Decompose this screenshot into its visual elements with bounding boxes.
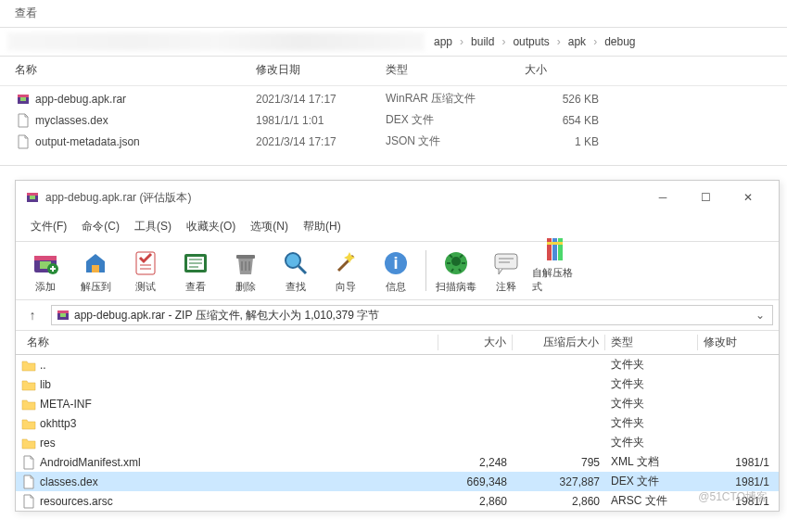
- breadcrumb-blur: [7, 32, 425, 51]
- entry-date: 1981/1: [698, 475, 773, 488]
- menu-help[interactable]: 帮助(H): [296, 217, 349, 236]
- entry-name: lib: [40, 378, 438, 391]
- archive-column-header[interactable]: 名称 大小 压缩后大小 类型 修改时: [16, 331, 779, 355]
- breadcrumb-item[interactable]: debug: [601, 33, 639, 50]
- test-button[interactable]: 测试: [121, 246, 170, 296]
- archive-row[interactable]: resources.arsc2,8602,860ARSC 文件1981/1: [16, 491, 779, 511]
- arc-col-size[interactable]: 大小: [438, 335, 513, 350]
- close-button[interactable]: ✕: [727, 188, 769, 207]
- winrar-window: app-debug.apk.rar (评估版本) ─ ☐ ✕ 文件(F) 命令(…: [15, 180, 780, 512]
- folder-icon: [21, 358, 36, 373]
- maximize-button[interactable]: ☐: [684, 188, 727, 207]
- file-type: DEX 文件: [386, 112, 525, 128]
- entry-type: 文件夹: [605, 435, 698, 450]
- arc-col-compressed[interactable]: 压缩后大小: [513, 335, 605, 350]
- view-button[interactable]: 查看: [171, 246, 220, 296]
- explorer-column-header[interactable]: 名称 修改日期 类型 大小: [0, 57, 787, 86]
- entry-size: 669,348: [438, 475, 513, 488]
- svg-rect-11: [136, 252, 155, 274]
- entry-type: 文件夹: [605, 376, 698, 392]
- file-icon: [21, 475, 36, 489]
- arc-col-type[interactable]: 类型: [605, 335, 698, 350]
- explorer-tab[interactable]: 查看: [0, 0, 787, 27]
- svg-point-19: [451, 257, 461, 266]
- svg-text:i: i: [393, 254, 398, 272]
- explorer-window: 查看 app›build›outputs›apk›debug 名称 修改日期 类…: [0, 0, 787, 166]
- archive-row[interactable]: classes.dex669,348327,887DEX 文件1981/1: [16, 472, 779, 491]
- wizard-button[interactable]: 向导: [322, 246, 370, 296]
- entry-compressed: 327,887: [513, 475, 605, 488]
- menu-commands[interactable]: 命令(C): [74, 217, 127, 236]
- arc-col-date[interactable]: 修改时: [698, 335, 773, 350]
- menu-options[interactable]: 选项(N): [243, 217, 296, 236]
- archive-row[interactable]: lib文件夹: [16, 374, 779, 394]
- breadcrumb-item[interactable]: outputs: [509, 33, 552, 50]
- entry-name: AndroidManifest.xml: [40, 456, 438, 469]
- entry-name: okhttp3: [40, 417, 438, 430]
- file-name: myclasses.dex: [35, 114, 256, 127]
- svg-rect-2: [20, 97, 26, 101]
- file-row[interactable]: output-metadata.json2021/3/14 17:17JSON …: [0, 131, 787, 152]
- archive-row[interactable]: res文件夹: [16, 433, 779, 452]
- entry-type: 文件夹: [605, 415, 698, 431]
- svg-rect-24: [547, 242, 563, 245]
- entry-type: XML 文档: [605, 454, 698, 470]
- address-input[interactable]: app-debug.apk.rar - ZIP 压缩文件, 解包大小为 1,01…: [51, 305, 773, 325]
- entry-name: resources.arsc: [40, 495, 438, 508]
- archive-list: ..文件夹lib文件夹META-INF文件夹okhttp3文件夹res文件夹An…: [16, 355, 779, 511]
- svg-rect-1: [18, 95, 29, 97]
- find-button[interactable]: 查找: [272, 246, 320, 296]
- address-dropdown-icon[interactable]: ⌄: [752, 309, 768, 322]
- svg-rect-5: [30, 196, 35, 199]
- archive-row[interactable]: AndroidManifest.xml2,248795XML 文档1981/1: [16, 452, 779, 472]
- entry-type: ARSC 文件: [605, 493, 698, 509]
- breadcrumb-item[interactable]: build: [467, 33, 498, 50]
- archive-row[interactable]: ..文件夹: [16, 355, 779, 374]
- file-icon: [15, 113, 32, 128]
- col-date[interactable]: 修改日期: [256, 62, 386, 78]
- add-button[interactable]: 添加: [21, 246, 70, 296]
- sfx-button[interactable]: 自解压格式: [532, 246, 580, 296]
- add-icon: [31, 248, 60, 278]
- menu-tools[interactable]: 工具(S): [127, 217, 179, 236]
- delete-button[interactable]: 删除: [222, 246, 270, 296]
- svg-point-15: [286, 253, 300, 268]
- file-row[interactable]: app-debug.apk.rar2021/3/14 17:17WinRAR 压…: [0, 88, 787, 109]
- breadcrumb-item[interactable]: app: [430, 33, 456, 50]
- breadcrumb-item[interactable]: apk: [565, 33, 590, 50]
- col-type[interactable]: 类型: [386, 62, 525, 78]
- entry-size: 2,860: [438, 495, 513, 508]
- svg-rect-4: [27, 193, 38, 196]
- extract-button[interactable]: 解压到: [71, 246, 120, 296]
- menu-file[interactable]: 文件(F): [23, 217, 74, 236]
- archive-row[interactable]: okhttp3文件夹: [16, 413, 779, 433]
- entry-compressed: 795: [513, 456, 605, 469]
- file-size: 654 KB: [525, 114, 599, 127]
- svg-rect-22: [552, 238, 557, 260]
- rar-icon: [15, 92, 32, 107]
- col-name[interactable]: 名称: [15, 62, 256, 78]
- scan-icon: [441, 248, 471, 278]
- minimize-button[interactable]: ─: [641, 188, 684, 207]
- folder-icon: [21, 436, 36, 450]
- info-button[interactable]: i信息: [372, 246, 420, 296]
- file-size: 1 KB: [525, 135, 599, 148]
- watermark: @51CTO博客: [698, 489, 768, 505]
- entry-name: res: [40, 437, 438, 450]
- chevron-right-icon: ›: [460, 35, 463, 48]
- menu-favorites[interactable]: 收藏夹(O): [179, 217, 243, 236]
- file-name: app-debug.apk.rar: [35, 93, 256, 106]
- arc-col-name[interactable]: 名称: [21, 335, 438, 350]
- up-button[interactable]: ↑: [21, 304, 44, 326]
- entry-name: ..: [40, 359, 438, 372]
- entry-name: META-INF: [40, 398, 438, 411]
- scan-button[interactable]: 扫描病毒: [432, 246, 480, 296]
- archive-row[interactable]: META-INF文件夹: [16, 394, 779, 413]
- delete-icon: [231, 248, 260, 278]
- file-row[interactable]: myclasses.dex1981/1/1 1:01DEX 文件654 KB: [0, 109, 787, 131]
- view-icon: [181, 248, 210, 278]
- col-size[interactable]: 大小: [525, 62, 599, 78]
- titlebar[interactable]: app-debug.apk.rar (评估版本) ─ ☐ ✕: [16, 181, 779, 214]
- entry-size: 2,248: [438, 456, 513, 469]
- comment-button[interactable]: 注释: [482, 246, 530, 296]
